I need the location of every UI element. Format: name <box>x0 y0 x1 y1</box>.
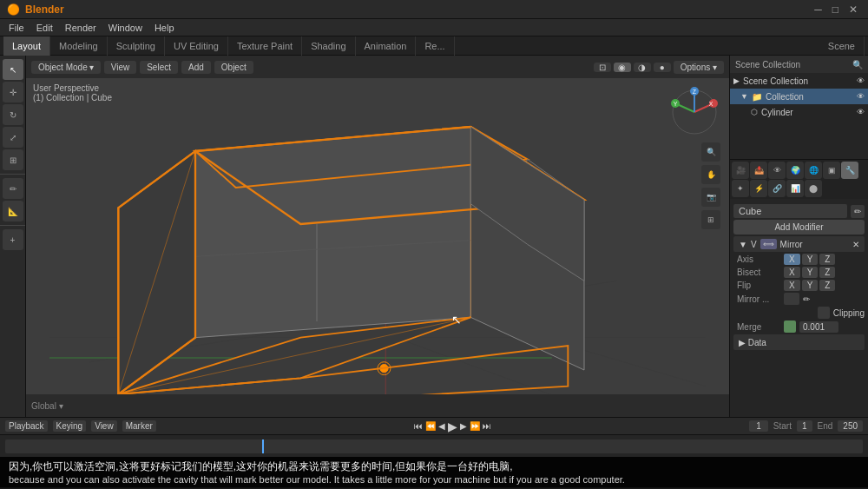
prop-tab-scene[interactable]: 🌍 <box>786 162 804 179</box>
tool-annotate[interactable]: ✏ <box>3 178 23 199</box>
close-btn[interactable]: ✕ <box>845 3 861 16</box>
skip-end-btn[interactable]: ⏭ <box>483 421 491 431</box>
viewport-shading-solid[interactable]: ◉ <box>614 63 631 72</box>
tool-scale[interactable]: ⤢ <box>3 127 23 148</box>
viewport-shading-wire[interactable]: ⊡ <box>594 63 611 72</box>
flip-y-btn[interactable]: Y <box>802 280 819 291</box>
grid-icon[interactable]: ⊞ <box>701 210 720 229</box>
options-btn[interactable]: Options ▾ <box>674 61 724 74</box>
tl-view-btn[interactable]: View <box>91 420 117 432</box>
marker-btn[interactable]: Marker <box>122 420 156 432</box>
hand-icon[interactable]: ✋ <box>701 165 720 184</box>
axis-z-btn[interactable]: Z <box>819 254 835 265</box>
playback-btn[interactable]: Playback <box>5 420 48 432</box>
modifier-close-icon[interactable]: ✕ <box>852 240 859 249</box>
object-name-edit-btn[interactable]: ✏ <box>851 205 865 218</box>
viewport-shading-render[interactable]: ● <box>654 63 671 72</box>
prop-tab-constraints[interactable]: 🔗 <box>768 180 786 197</box>
next-key-btn[interactable]: ▶ <box>460 421 467 431</box>
tool-measure[interactable]: 📐 <box>3 201 23 221</box>
prev-key-btn[interactable]: ◀ <box>438 421 445 431</box>
bisect-z-btn[interactable]: Z <box>819 267 835 278</box>
axis-x-btn[interactable]: X <box>784 254 800 265</box>
outliner-search-icon[interactable]: 🔍 <box>852 60 863 69</box>
prop-tab-output[interactable]: 📤 <box>750 162 767 179</box>
menu-help[interactable]: Help <box>149 19 180 36</box>
skip-start-btn[interactable]: ⏮ <box>414 421 423 431</box>
cylinder-eye-icon[interactable]: 👁 <box>857 108 865 116</box>
maximize-btn[interactable]: □ <box>829 3 842 16</box>
tab-re[interactable]: Re... <box>416 36 454 56</box>
mirror-color-swatch[interactable] <box>784 293 799 305</box>
view-menu[interactable]: View <box>104 61 137 74</box>
minimize-btn[interactable]: ─ <box>811 3 825 16</box>
current-frame-display[interactable]: 1 <box>749 420 768 432</box>
outliner-collection[interactable]: ▼ 📁 Collection 👁 <box>730 89 868 104</box>
mode-selector[interactable]: Object Mode ▾ <box>31 61 101 74</box>
start-value[interactable]: 1 <box>797 420 812 432</box>
add-menu[interactable]: Add <box>181 61 211 74</box>
axis-y-btn[interactable]: Y <box>802 254 819 265</box>
tool-transform[interactable]: ⊞ <box>3 149 23 170</box>
tab-uv-editing[interactable]: UV Editing <box>165 36 228 56</box>
title-bar-controls[interactable]: ─ □ ✕ <box>811 3 861 16</box>
select-menu[interactable]: Select <box>140 61 178 74</box>
prop-tab-world[interactable]: 🌐 <box>805 162 822 179</box>
next-frame-btn[interactable]: ⏩ <box>470 421 480 431</box>
bisect-x-btn[interactable]: X <box>784 267 800 278</box>
outliner-scene-collection[interactable]: ▶ Scene Collection 👁 <box>730 73 868 89</box>
merge-label: Merge <box>737 322 780 332</box>
tool-add[interactable]: + <box>3 229 23 250</box>
prev-frame-btn[interactable]: ⏪ <box>425 421 436 431</box>
end-value[interactable]: 250 <box>838 420 863 432</box>
tool-cursor[interactable]: ↖ <box>3 59 23 80</box>
prop-tab-object[interactable]: ▣ <box>823 162 840 179</box>
outliner-cylinder[interactable]: ⬡ Cylinder 👁 <box>730 104 868 120</box>
tool-move[interactable]: ✛ <box>3 82 23 102</box>
object-name-row: Cube ✏ <box>733 204 865 218</box>
clipping-checkbox[interactable] <box>818 307 830 319</box>
navigation-gizmo[interactable]: X Y Z <box>668 86 720 138</box>
tab-texture-paint[interactable]: Texture Paint <box>228 36 302 56</box>
prop-tab-physics[interactable]: ⚡ <box>750 180 767 197</box>
flip-x-btn[interactable]: X <box>784 280 800 291</box>
flip-z-btn[interactable]: Z <box>819 280 835 291</box>
menu-window[interactable]: Window <box>103 19 148 36</box>
tab-animation[interactable]: Animation <box>356 36 417 56</box>
prop-tab-particles[interactable]: ✦ <box>732 180 749 197</box>
modifier-header[interactable]: ▼ V ⟺ Mirror ✕ <box>733 236 865 252</box>
camera-icon[interactable]: 📷 <box>701 188 720 207</box>
keying-btn[interactable]: Keying <box>53 420 87 432</box>
mirror-modifier-section: ▼ V ⟺ Mirror ✕ Axis X Y <box>733 236 865 350</box>
tab-shading[interactable]: Shading <box>302 36 355 56</box>
prop-tab-material[interactable]: ⬤ <box>805 180 822 197</box>
tool-rotate[interactable]: ↻ <box>3 104 23 125</box>
merge-value-input[interactable] <box>799 321 838 333</box>
merge-checkbox[interactable] <box>784 320 796 333</box>
tab-sculpting[interactable]: Sculpting <box>108 36 165 56</box>
eye-icon[interactable]: 👁 <box>857 76 865 85</box>
menu-render[interactable]: Render <box>60 19 102 36</box>
menu-file[interactable]: File <box>3 19 30 36</box>
prop-tab-view[interactable]: 👁 <box>768 162 786 179</box>
app-title: Blender <box>25 3 64 16</box>
menu-edit[interactable]: Edit <box>31 19 58 36</box>
play-btn[interactable]: ▶ <box>448 420 457 433</box>
scene-selector[interactable]: Scene <box>819 36 865 56</box>
object-name-field[interactable]: Cube <box>733 204 847 218</box>
mirror-edit-icon[interactable]: ✏ <box>803 294 810 304</box>
prop-tab-modifier[interactable]: 🔧 <box>841 162 858 179</box>
prop-tab-data[interactable]: 📊 <box>786 180 804 197</box>
add-modifier-btn[interactable]: Add Modifier <box>733 220 865 235</box>
object-menu[interactable]: Object <box>214 61 253 74</box>
tab-modeling[interactable]: Modeling <box>50 36 108 56</box>
bisect-y-btn[interactable]: Y <box>802 267 819 278</box>
viewport-shading-mat[interactable]: ◑ <box>634 63 651 72</box>
tab-layout[interactable]: Layout <box>3 36 50 56</box>
prop-tab-render[interactable]: 🎥 <box>732 162 749 179</box>
viewport-3d[interactable]: Object Mode ▾ View Select Add Object ⊡ ◉… <box>26 56 729 417</box>
zoom-icon[interactable]: 🔍 <box>701 142 720 162</box>
data-section-header[interactable]: ▶ Data <box>733 334 865 350</box>
timeline-track[interactable] <box>5 439 863 453</box>
collection-eye-icon[interactable]: 👁 <box>857 92 865 101</box>
